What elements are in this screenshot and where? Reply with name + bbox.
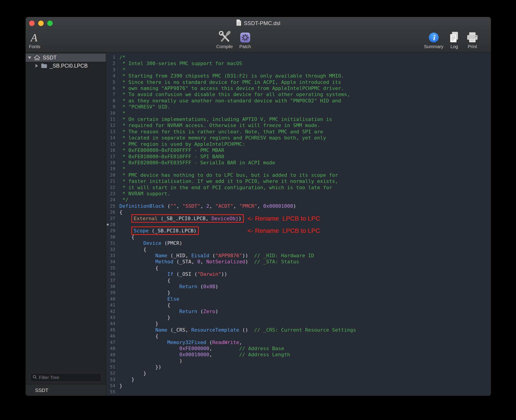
code-line: * "PCHRESV" UID.	[119, 104, 491, 110]
line-number: 10	[106, 110, 117, 116]
code-line: * it will start in the end of PCI config…	[119, 184, 491, 191]
code-token: 0xFE000000	[179, 346, 209, 351]
line-number: 35	[106, 265, 117, 271]
line-number: 23	[106, 191, 117, 197]
log-button[interactable]: Log	[448, 30, 460, 49]
code-token: {	[119, 209, 122, 215]
line-number: 16	[106, 147, 117, 153]
code-token	[119, 346, 179, 351]
line-number: 12	[106, 122, 117, 128]
line-number: 15	[106, 141, 117, 147]
code-token: (	[164, 203, 170, 209]
code-token: * The reason for this is rather unclear.…	[119, 129, 323, 135]
code-token: {	[119, 265, 158, 271]
code-token: * 0xFE020000~0xFE035FFF - SerialIo BAR i…	[119, 160, 275, 165]
summary-button[interactable]: i Summary	[424, 30, 443, 49]
code-token: "SSDT"	[182, 203, 200, 209]
code-token: * Intel 300-series PMC support for macOS	[119, 60, 242, 66]
line-number: 8	[106, 98, 117, 104]
code-token: /*	[119, 54, 126, 60]
code-token: )	[239, 216, 242, 221]
code-line: * NVRAM support.	[119, 191, 491, 197]
code-line: * own naming "APP9876" to access this de…	[119, 85, 491, 91]
code-token: * PMC device has nothing to do to LPC bu…	[119, 172, 338, 178]
code-token: * "PCHRESV" UID.	[119, 104, 170, 110]
fonts-button[interactable]: A Fonts	[29, 30, 40, 49]
disclosure-right-icon[interactable]	[36, 64, 38, 68]
zoom-button[interactable]	[47, 21, 53, 26]
code-line: {	[119, 277, 491, 284]
tools-icon	[216, 30, 233, 43]
line-number: 21	[106, 178, 117, 184]
code-line: {	[119, 246, 491, 253]
code-token: Device	[143, 240, 161, 246]
close-button[interactable]	[29, 21, 35, 26]
code-token: (	[197, 308, 203, 314]
code-token: * it will start in the end of PCI config…	[119, 185, 332, 190]
line-number: 55	[106, 389, 117, 395]
code-token: (_SB.PCI0.LPCB)	[149, 228, 197, 233]
code-line: )	[119, 358, 491, 364]
code-token: (_OSI (	[173, 271, 197, 277]
code-token: ))	[242, 253, 254, 258]
filter-input[interactable]	[39, 375, 99, 380]
code-token: ,	[200, 259, 206, 264]
code-line: 0x00010000, // Address Length	[119, 352, 491, 358]
code-area[interactable]: /* * Intel 300-series PMC support for ma…	[117, 52, 491, 396]
compile-button[interactable]: Compile	[216, 30, 233, 49]
compile-label: Compile	[216, 44, 233, 49]
log-label: Log	[448, 44, 460, 49]
code-token: DeviceObj	[212, 216, 238, 221]
code-token: ""	[170, 203, 176, 209]
code-line: Device (PMCR)	[119, 240, 491, 246]
line-number: 49	[106, 352, 117, 358]
code-token: External	[134, 216, 158, 221]
code-token: Scope	[134, 228, 149, 233]
disclosure-down-icon[interactable]	[28, 57, 31, 59]
tree-item-lpcb[interactable]: _SB.PCI0.LPCB	[26, 62, 106, 70]
patch-button[interactable]: Patch	[239, 30, 251, 49]
line-number: 37	[106, 277, 117, 284]
toolbar: A Fonts Compile	[26, 30, 491, 52]
code-token: */	[119, 197, 129, 202]
line-number: 6	[106, 85, 117, 91]
tree-item-ssdt[interactable]: SSDT	[26, 53, 106, 62]
code-token: {	[119, 302, 170, 308]
line-number: 39	[106, 290, 117, 296]
code-line: * faster initialisation. If we add it to…	[119, 178, 491, 184]
code-line: {	[119, 302, 491, 308]
code-token: }	[119, 321, 158, 326]
line-number: 44	[106, 321, 117, 327]
line-number: 14	[106, 135, 117, 141]
code-line: Scope (_SB.PCI0.LPCB)<- Rename LPCB to L…	[119, 228, 491, 234]
code-line: }	[119, 290, 491, 296]
line-number: 48	[106, 345, 117, 352]
filter-field[interactable]	[30, 373, 101, 382]
code-token: }	[119, 315, 170, 320]
print-button[interactable]: Print	[466, 30, 478, 49]
code-line: {	[119, 265, 491, 271]
code-token: * To avoid confusion we disable this dev…	[119, 91, 350, 97]
code-token: 0x00010000	[179, 352, 209, 357]
line-number: 43	[106, 315, 117, 321]
line-number: 46	[106, 333, 117, 339]
line-number: 51	[106, 364, 117, 370]
code-line: * The reason for this is rather unclear.…	[119, 129, 491, 135]
code-token	[119, 284, 179, 289]
code-line: * as they normally use another non-stand…	[119, 98, 491, 104]
code-token: EisaId	[191, 253, 209, 258]
code-line: {	[119, 333, 491, 339]
code-token: 0	[197, 259, 200, 264]
document-proxy-icon[interactable]	[236, 19, 242, 27]
minimize-button[interactable]	[38, 21, 44, 26]
main-content: SSDT _SB.PCI0.LPCB	[26, 52, 491, 396]
line-number: 38	[106, 284, 117, 290]
titlebar[interactable]: SSDT-PMC.dsl	[26, 17, 491, 30]
code-token: * located in separate memory regions and…	[119, 135, 326, 141]
code-line: If (_OSI ("Darwin"))	[119, 271, 491, 277]
line-number: 33	[106, 253, 117, 259]
code-token: })	[119, 364, 161, 370]
code-token: ()	[239, 327, 254, 333]
print-label: Print	[466, 44, 478, 49]
code-line: Return (Zero)	[119, 308, 491, 315]
